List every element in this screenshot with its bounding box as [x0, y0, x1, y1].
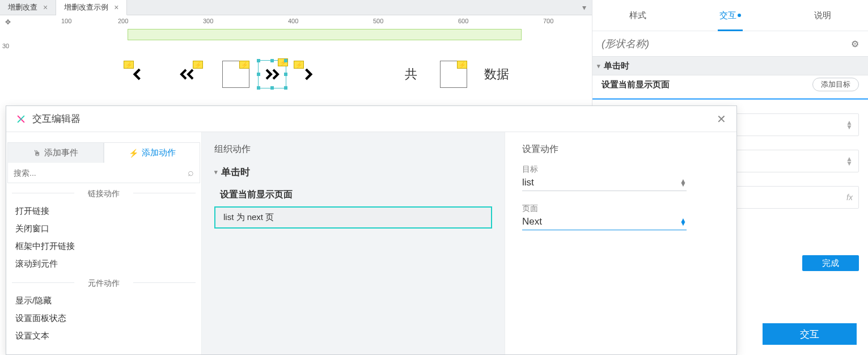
tab-add-action[interactable]: ⚡ 添加动作: [104, 142, 200, 163]
lightning-icon: ⚡: [294, 61, 304, 69]
action-close-window[interactable]: 关闭窗口: [7, 220, 200, 238]
close-icon[interactable]: ✕: [717, 112, 726, 126]
stepper-icon[interactable]: ▲▼: [846, 120, 853, 129]
stepper-icon[interactable]: ▲▼: [846, 157, 853, 166]
prev-page-button[interactable]: ⚡: [173, 61, 201, 88]
ruler-tick: 300: [203, 18, 213, 24]
action-set-panel[interactable]: 设置面板状态: [7, 310, 200, 327]
document-tab[interactable]: 增删改查 ×: [0, 0, 56, 15]
action-scroll-to-widget[interactable]: 滚动到元件: [7, 255, 200, 273]
horizontal-ruler: 100 200 300 400 500 600 700: [16, 15, 592, 29]
action-search-input[interactable]: [14, 168, 188, 178]
selected-case[interactable]: list 为 next 页: [214, 206, 492, 229]
action-open-link[interactable]: 打开链接: [7, 202, 200, 220]
repeater-header[interactable]: [128, 29, 522, 40]
event-onclick[interactable]: ▾ 单击时: [214, 166, 492, 179]
tab-label: 增删改查示例: [64, 2, 108, 12]
document-tab-bar: 增删改查 × 增删改查示例 × ▾: [0, 0, 592, 15]
tab-add-event[interactable]: 🖱 添加事件: [7, 142, 104, 163]
lightning-icon: ⚡: [129, 149, 138, 158]
settings-icon[interactable]: ⚙: [851, 39, 859, 49]
count-box[interactable]: ⚡: [440, 61, 467, 88]
dot-indicator-icon: [738, 14, 741, 17]
cursor-icon: 🖱: [33, 149, 41, 158]
action-show-hide[interactable]: 显示/隐藏: [7, 292, 200, 310]
search-icon[interactable]: ⌕: [188, 167, 194, 179]
lightning-icon: ⚡: [457, 61, 467, 69]
event-header-onclick[interactable]: ▾ 单击时: [592, 56, 868, 75]
document-tab-active[interactable]: 增删改查示例 ×: [56, 0, 127, 15]
page-label: 页面: [522, 204, 719, 214]
lightning-icon: ⚡: [239, 61, 249, 69]
lightning-icon: ⚡: [124, 61, 134, 69]
collapse-icon: ▾: [214, 168, 218, 176]
target-label: 目标: [522, 164, 719, 175]
ruler-tick: 400: [288, 18, 298, 24]
add-target-button[interactable]: 添加目标: [812, 78, 859, 91]
label-data: 数据: [484, 66, 509, 83]
new-interaction-button[interactable]: 交互: [763, 323, 857, 345]
event-label: 单击时: [604, 61, 629, 71]
configure-action-title: 设置动作: [522, 143, 719, 155]
label-total: 共: [405, 66, 417, 83]
action-set-text[interactable]: 设置文本: [7, 327, 200, 345]
ruler-origin-icon[interactable]: ✥: [0, 15, 16, 29]
dialog-title: 交互编辑器: [32, 112, 81, 125]
ruler-tick: 200: [118, 18, 128, 24]
tab-menu-button[interactable]: ▾: [576, 0, 592, 15]
action-set-current-page[interactable]: 设置当前显示页面: [214, 187, 492, 203]
shape-name-input[interactable]: [602, 38, 851, 50]
tab-interactions[interactable]: 交互: [715, 0, 746, 31]
done-button[interactable]: 完成: [802, 255, 859, 271]
action-open-in-frame[interactable]: 框架中打开链接: [7, 238, 200, 255]
canvas[interactable]: ⚡ ⚡ ⚡ ⚡ ⚡ 共: [16, 29, 592, 105]
category-link-actions: 链接动作: [7, 183, 200, 202]
close-icon[interactable]: ×: [43, 3, 48, 11]
inspector-tabs: 样式 交互 说明: [592, 0, 868, 31]
page-select[interactable]: Next ▲▼: [522, 214, 687, 230]
ruler-tick: 700: [543, 18, 553, 24]
lightning-icon: ⚡: [193, 61, 203, 69]
chevron-updown-icon: ▲▼: [680, 218, 687, 225]
target-select[interactable]: list ▲▼: [522, 175, 687, 191]
axure-logo-icon: [16, 115, 26, 124]
ruler-tick: 100: [61, 18, 71, 24]
organize-actions-title: 组织动作: [214, 143, 492, 155]
tab-label: 增删改查: [8, 2, 37, 12]
last-page-button[interactable]: ⚡: [295, 61, 322, 88]
tab-style[interactable]: 样式: [625, 0, 651, 31]
interaction-editor-dialog: 交互编辑器 ✕ 🖱 添加事件 ⚡ 添加动作 ⌕ 链接动作 打开链接: [6, 105, 737, 355]
close-icon[interactable]: ×: [114, 3, 118, 11]
first-page-button[interactable]: ⚡: [124, 61, 151, 88]
action-name: 设置当前显示页面: [602, 79, 670, 90]
vertical-ruler: 30: [0, 29, 16, 105]
page-input-box[interactable]: ⚡: [222, 61, 249, 88]
ruler-tick: 500: [373, 18, 383, 24]
collapse-icon: ▾: [597, 62, 600, 70]
ruler-tick: 30: [2, 43, 9, 49]
chevron-updown-icon: ▲▼: [680, 179, 687, 186]
category-widget-actions: 元件动作: [7, 273, 200, 292]
ruler-tick: 600: [458, 18, 468, 24]
tab-notes[interactable]: 说明: [810, 0, 836, 31]
next-page-button-selected[interactable]: ⚡: [259, 61, 286, 88]
